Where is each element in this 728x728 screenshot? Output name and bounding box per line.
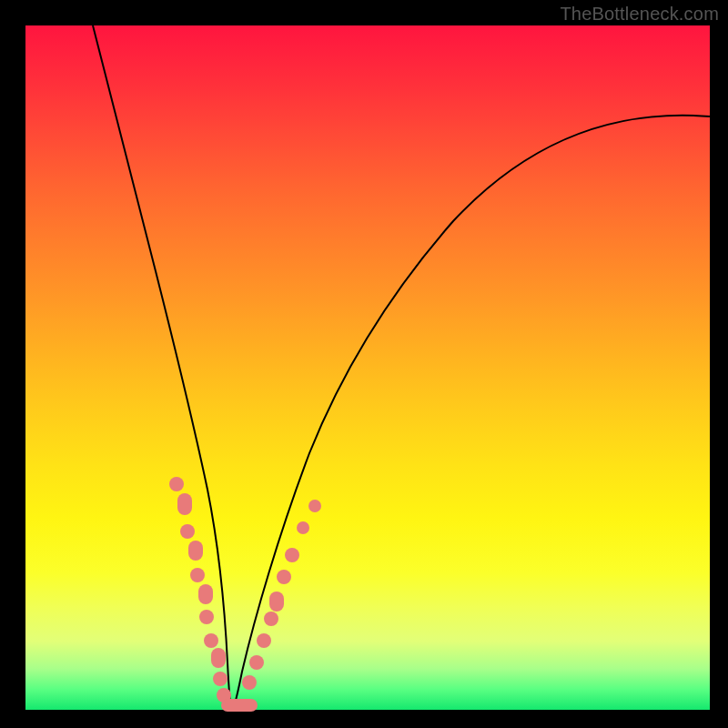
curve-svg xyxy=(25,25,710,710)
marker-dot xyxy=(249,655,264,670)
marker-dot xyxy=(169,477,184,491)
marker-dot xyxy=(180,524,195,539)
marker-dot xyxy=(308,500,321,512)
marker-dot xyxy=(204,633,218,648)
marker-dot xyxy=(297,521,309,534)
marker-pill xyxy=(198,584,213,604)
marker-dot xyxy=(190,568,205,582)
marker-pill xyxy=(211,648,226,668)
marker-dot xyxy=(277,570,291,584)
marker-pill xyxy=(269,592,284,612)
chart-frame: TheBottleneck.com xyxy=(0,0,728,728)
marker-dot xyxy=(257,633,271,648)
marker-dot xyxy=(285,548,299,562)
plot-area xyxy=(25,25,710,710)
marker-dot xyxy=(264,612,278,626)
marker-group xyxy=(169,477,321,712)
marker-dot xyxy=(213,672,228,686)
bottleneck-curve xyxy=(93,25,710,710)
marker-dot xyxy=(199,610,214,624)
marker-pill xyxy=(177,493,192,515)
marker-dot xyxy=(242,675,257,690)
marker-pill xyxy=(221,699,258,712)
watermark-text: TheBottleneck.com xyxy=(560,4,719,25)
marker-pill xyxy=(188,541,203,561)
